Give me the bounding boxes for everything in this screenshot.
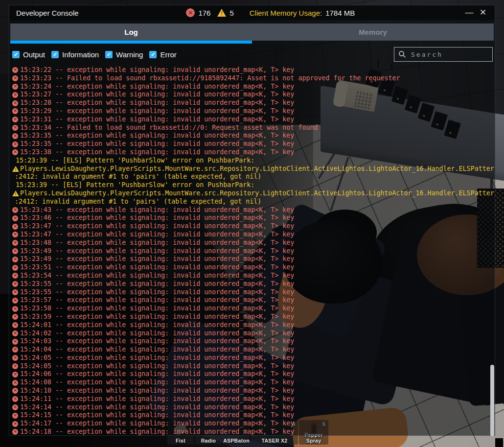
error-icon: ✕ (12, 322, 18, 328)
error-icon: ✕ (12, 289, 18, 295)
log-row-warning: !Players.LewisDaugherty.PlayerScripts.Mo… (9, 165, 495, 173)
minimize-button[interactable]: — (462, 5, 476, 20)
error-icon: ✕ (12, 84, 18, 90)
log-row-error: ✕15:23:23 -- Failed to load sound rbxass… (9, 74, 495, 83)
error-checkbox[interactable]: ✓ (149, 51, 157, 58)
log-row-error: ✕15:24:10 -- exception while signaling: … (9, 387, 495, 395)
log-message: 15:23:49 -- exception while signaling: i… (20, 247, 294, 256)
error-icon: ✕ (12, 224, 18, 230)
error-icon: ✕ (12, 92, 18, 98)
log-message: 15:23:28 -- exception while signaling: i… (20, 99, 294, 107)
filter-error[interactable]: ✓Error (149, 50, 176, 59)
hotbar-slot-label: ASPBaton (223, 438, 250, 444)
log-row-error: ✕15:23:38 -- exception while signaling: … (9, 148, 495, 157)
log-row-error: ✕15:24:08 -- exception while signaling: … (9, 378, 495, 387)
warning-icon: ! (12, 166, 19, 172)
title-bar[interactable]: Developer Console ✕ 176 ! 5 Client Memor… (9, 5, 495, 20)
error-icon: ✕ (12, 257, 18, 262)
warning-count: 5 (229, 9, 233, 17)
hotbar-slot-label: Radio (195, 438, 222, 444)
error-icon: ✕ (12, 67, 18, 73)
log-message: 15:24:06 -- exception while signaling: i… (20, 370, 294, 378)
log-message: 15:24:01 -- exception while signaling: i… (20, 321, 294, 329)
scrollbar-thumb[interactable] (490, 365, 494, 436)
memory-usage-label: Client Memory Usage: (250, 9, 322, 17)
error-icon: ✕ (12, 100, 18, 106)
log-message: 15:23:47 -- exception while signaling: i… (20, 231, 294, 239)
error-icon: ✕ (12, 117, 18, 122)
filter-label: Information (62, 50, 99, 59)
error-icon: ✕ (12, 306, 18, 312)
tab-memory[interactable]: Memory (252, 24, 494, 41)
tab-bar: LogMemory (10, 24, 494, 41)
log-message: 15:24:05 -- exception while signaling: i… (20, 354, 294, 362)
log-message: 15:23:54 -- exception while signaling: i… (20, 272, 294, 280)
memory-usage-value: 1784 MB (325, 9, 355, 17)
error-icon: ✕ (12, 363, 18, 369)
log-row-error: ✕15:23:48 -- exception while signaling: … (9, 239, 495, 247)
filter-label: Output (23, 50, 45, 59)
log-message: 15:24:02 -- exception while signaling: i… (20, 329, 294, 338)
log-message: 15:23:31 -- exception while signaling: i… (20, 116, 294, 124)
filter-warning[interactable]: ✓Warning (105, 50, 143, 59)
log-message: Players.LewisDaugherty.PlayerScripts.Mou… (20, 189, 494, 198)
log-row-error: ✕15:23:54 -- exception while signaling: … (9, 272, 495, 280)
log-message: 15:24:18 -- exception while signaling: i… (20, 428, 294, 435)
warning-checkbox[interactable]: ✓ (105, 51, 113, 58)
filter-information[interactable]: ✓Information (51, 50, 99, 59)
tab-log[interactable]: Log (10, 24, 252, 41)
output-checkbox[interactable]: ✓ (12, 51, 20, 58)
window-title: Developer Console (16, 9, 79, 17)
log-row-error: ✕15:23:31 -- exception while signaling: … (9, 116, 495, 124)
close-button[interactable]: ✕ (476, 5, 490, 20)
log-row-error: ✕15:24:15 -- exception while signaling: … (9, 411, 495, 420)
dark-corner (495, 438, 503, 447)
log-message: 15:23:43 -- exception while signaling: i… (20, 206, 294, 214)
log-row-error: ✕15:24:06 -- exception while signaling: … (9, 370, 495, 378)
log-message: 15:23:46 -- exception while signaling: i… (20, 214, 294, 222)
active-tab-underline (10, 41, 252, 44)
log-row-warning: :2412: invalid argument #1 to 'pairs' (t… (9, 198, 495, 206)
log-message: 15:23:24 -- exception while signaling: i… (20, 83, 294, 91)
log-message: 15:24:04 -- exception while signaling: i… (20, 346, 294, 354)
information-checkbox[interactable]: ✓ (51, 51, 59, 58)
log-message: 15:23:58 -- exception while signaling: i… (20, 305, 294, 313)
error-icon: ✕ (12, 404, 18, 410)
error-icon: ✕ (12, 330, 18, 336)
error-icon: ✕ (12, 215, 18, 221)
log-message: 15:24:15 -- exception while signaling: i… (20, 411, 294, 420)
error-icon: ✕ (12, 380, 18, 386)
error-icon: ✕ (12, 207, 18, 213)
error-icon: ✕ (12, 413, 18, 419)
error-icon: ✕ (12, 347, 18, 353)
log-message: 15:23:55 -- exception while signaling: i… (20, 280, 294, 288)
log-message: 15:24:03 -- exception while signaling: i… (20, 337, 294, 346)
error-icon: ✕ (12, 281, 18, 287)
log-message: 15:24:11 -- exception while signaling: i… (20, 395, 294, 403)
developer-console-window: Developer Console ✕ 176 ! 5 Client Memor… (9, 5, 495, 436)
hotbar-slot-label: TASER X2 (251, 438, 298, 444)
log-message: 15:24:17 -- exception while signaling: i… (20, 420, 294, 428)
error-icon: ✕ (12, 125, 18, 131)
log-row-error: ✕15:23:34 -- Failed to load sound rbxass… (9, 124, 495, 132)
log-row-error: ✕15:23:49 -- exception while signaling: … (9, 255, 495, 263)
log-row-error: ✕15:24:01 -- exception while signaling: … (9, 321, 495, 329)
log-message: :2412: invalid argument #1 to 'pairs' (t… (12, 198, 261, 206)
log-message: 15:23:35 -- exception while signaling: i… (20, 140, 294, 148)
filter-output[interactable]: ✓Output (12, 50, 45, 59)
error-icon: ✕ (12, 240, 18, 246)
error-icon: ✕ (12, 273, 18, 279)
error-count-icon: ✕ (186, 8, 195, 17)
error-icon: ✕ (12, 108, 18, 114)
log-message: 15:23:29 -- exception while signaling: i… (20, 107, 294, 116)
error-icon: ✕ (12, 339, 18, 345)
search-input[interactable] (410, 50, 483, 59)
search-box[interactable] (394, 47, 493, 62)
error-icon: ✕ (12, 133, 18, 139)
log-message: 15:23:51 -- exception while signaling: i… (20, 263, 294, 272)
log-row-error: ✕15:24:04 -- exception while signaling: … (9, 346, 495, 354)
filter-bar: ✓Output✓Information✓Warning✓Error (12, 47, 183, 62)
tab-label: Memory (359, 28, 387, 36)
log-row-error: ✕15:23:35 -- exception while signaling: … (9, 132, 495, 140)
log-message: 15:23:47 -- exception while signaling: i… (20, 222, 294, 231)
